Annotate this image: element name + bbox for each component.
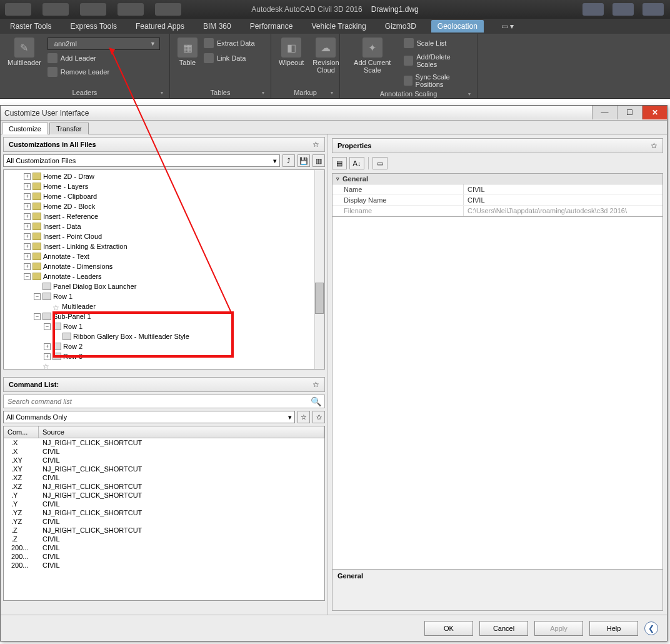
tree-item[interactable]: +Row 3: [42, 351, 313, 361]
command-row[interactable]: .ZCIVIL: [4, 535, 324, 543]
multileader-button[interactable]: ✎ Multileader: [5, 36, 44, 68]
command-row[interactable]: .XCIVIL: [4, 447, 324, 456]
add-delete-scales-button[interactable]: Add/Delete Scales: [404, 53, 472, 69]
ok-button[interactable]: OK: [424, 621, 473, 636]
command-row[interactable]: .XYNJ_RIGHT_CLICK_SHORTCUT: [4, 465, 324, 473]
revcloud-button[interactable]: ☁ Revision Cloud: [310, 36, 341, 75]
command-row[interactable]: .XZCIVIL: [4, 473, 324, 482]
tab-transfer[interactable]: Transfer: [49, 123, 89, 134]
panel-leaders-title[interactable]: Leaders: [5, 88, 164, 97]
tab-featured[interactable]: Featured Apps: [132, 20, 188, 33]
properties-header[interactable]: Properties ☆: [332, 138, 663, 153]
property-grid[interactable]: ▿General NameCIVIL Display NameCIVIL Fil…: [332, 173, 663, 217]
save-cui-button[interactable]: 💾: [298, 154, 310, 167]
minimize-button[interactable]: —: [592, 106, 617, 119]
command-row[interactable]: .YZNJ_RIGHT_CLICK_SHORTCUT: [4, 508, 324, 517]
command-row[interactable]: 200...CIVIL: [4, 552, 324, 561]
help-button[interactable]: Help: [589, 621, 638, 636]
sync-scale-button[interactable]: Sync Scale Positions: [404, 73, 472, 89]
tab-bim360[interactable]: BIM 360: [199, 20, 235, 33]
close-button[interactable]: ✕: [642, 106, 667, 119]
maximize-button[interactable]: ☐: [617, 106, 642, 119]
remove-leader-button[interactable]: Remove Leader: [48, 66, 164, 78]
tree-item[interactable]: Panel Dialog Box Launcher: [32, 281, 313, 291]
customization-tree[interactable]: +Home 2D - Draw+Home - Layers+Home - Cli…: [3, 169, 325, 370]
find-command-button[interactable]: ✩: [312, 411, 325, 423]
tree-item[interactable]: +Insert - Point Cloud: [22, 231, 313, 241]
command-row[interactable]: 200...CIVIL: [4, 561, 324, 570]
document-name: Drawing1.dwg: [371, 5, 419, 14]
tab-vehicle[interactable]: Vehicle Tracking: [308, 20, 369, 33]
command-row[interactable]: .XYCIVIL: [4, 456, 324, 465]
prop-row-name[interactable]: NameCIVIL: [332, 184, 662, 195]
command-row[interactable]: .XZNJ_RIGHT_CLICK_SHORTCUT: [4, 482, 324, 491]
tree-item[interactable]: Ribbon Gallery Box - Multileader Style: [52, 331, 313, 341]
panel-annoscale-title[interactable]: Annotation Scaling: [345, 89, 472, 98]
tree-item[interactable]: +Home - Layers: [22, 181, 313, 191]
tree-item[interactable]: +Annotate - Text: [22, 251, 313, 261]
extract-data-button[interactable]: Extract Data: [204, 38, 255, 49]
tree-item[interactable]: +Home - Clipboard: [22, 191, 313, 201]
tree-item[interactable]: +Home 2D - Block: [22, 201, 313, 211]
tree-item-subpanel[interactable]: −Sub-Panel 1 −Row 1 Ribbon Gallery Box -…: [32, 311, 313, 361]
command-row[interactable]: 200...CIVIL: [4, 543, 324, 552]
command-filter-combo[interactable]: All Commands Only ▾: [3, 411, 295, 423]
tree-item-leaders[interactable]: −Annotate - Leaders Panel Dialog Box Lau…: [22, 271, 313, 369]
command-row[interactable]: .XNJ_RIGHT_CLICK_SHORTCUT: [4, 438, 324, 447]
tree-item[interactable]: −Row 1 ☆Multileader: [32, 291, 313, 311]
col-source[interactable]: Source: [39, 426, 324, 438]
tab-geolocation[interactable]: Geolocation: [431, 20, 484, 33]
panel-tables-title[interactable]: Tables: [175, 88, 266, 97]
wipeout-icon: ◧: [281, 38, 301, 58]
table-button[interactable]: ▦ Table: [175, 36, 200, 68]
tab-express[interactable]: Express Tools: [66, 20, 120, 33]
dialog-titlebar[interactable]: Customize User Interface — ☐ ✕: [1, 106, 667, 121]
tree-item[interactable]: +Insert - Linking & Extraction: [22, 241, 313, 251]
extract-data-icon: [204, 38, 214, 48]
ribbon-body: ✎ Multileader ann2ml ▼ Add Leader Remove…: [0, 34, 670, 99]
chevron-down-icon: ▾: [288, 413, 292, 421]
apply-button[interactable]: Apply: [534, 621, 583, 636]
tab-gizmo[interactable]: Gizmo3D: [381, 20, 420, 33]
tree-item[interactable]: ☆Multileader: [42, 301, 313, 311]
tree-item[interactable]: +Row 2: [42, 341, 313, 351]
tree-item[interactable]: −Row 1 Ribbon Gallery Box - Multileader …: [42, 321, 313, 341]
tree-item[interactable]: +Insert - Reference: [22, 211, 313, 221]
prop-page-button[interactable]: ▭: [372, 157, 388, 169]
tab-performance[interactable]: Performance: [246, 20, 297, 33]
mleader-style-dropdown[interactable]: ann2ml ▼: [48, 38, 160, 50]
command-row[interactable]: .YNJ_RIGHT_CLICK_SHORTCUT: [4, 491, 324, 500]
expand-button[interactable]: ❮: [644, 621, 658, 635]
tree-item[interactable]: +Insert - Data: [22, 221, 313, 231]
customization-file-combo[interactable]: All Customization Files ▾: [3, 154, 280, 167]
add-leader-button[interactable]: Add Leader: [48, 53, 164, 64]
tab-raster[interactable]: Raster Tools: [6, 20, 55, 33]
add-current-scale-button[interactable]: ✦ Add Current Scale: [345, 36, 400, 75]
load-cui-button[interactable]: ▥: [312, 154, 325, 167]
wipeout-button[interactable]: ◧ Wipeout: [276, 36, 306, 68]
col-command[interactable]: Com...: [4, 426, 39, 438]
tree-item[interactable]: +Home 2D - Draw: [22, 171, 313, 181]
prop-row-displayname[interactable]: Display NameCIVIL: [332, 195, 662, 206]
panel-markup-title[interactable]: Markup: [276, 88, 334, 97]
search-command-input[interactable]: [3, 395, 325, 408]
tree-scrollbar[interactable]: [314, 170, 324, 369]
categorized-button[interactable]: ▤: [332, 157, 347, 169]
command-row[interactable]: .ZNJ_RIGHT_CLICK_SHORTCUT: [4, 526, 324, 535]
open-cui-button[interactable]: ⤴: [282, 154, 295, 167]
ribbon-min-icon[interactable]: ▭ ▾: [501, 22, 514, 31]
cancel-button[interactable]: Cancel: [479, 621, 528, 636]
link-data-button[interactable]: Link Data: [204, 53, 255, 64]
scale-list-button[interactable]: Scale List: [404, 38, 472, 49]
command-list-header[interactable]: Command List: ☆: [3, 377, 325, 392]
collapse-icon: ☆: [312, 140, 319, 149]
tab-customize[interactable]: Customize: [2, 123, 48, 134]
tree-item[interactable]: ☆: [32, 361, 313, 369]
new-command-button[interactable]: ☆: [298, 411, 310, 423]
command-filter-value: All Commands Only: [6, 413, 67, 421]
customizations-header[interactable]: Customizations in All Files ☆: [3, 137, 325, 152]
command-row[interactable]: .YCIVIL: [4, 500, 324, 508]
alphabetic-button[interactable]: A↓: [349, 157, 364, 169]
command-row[interactable]: .YZCIVIL: [4, 517, 324, 526]
tree-item[interactable]: +Annotate - Dimensions: [22, 261, 313, 271]
